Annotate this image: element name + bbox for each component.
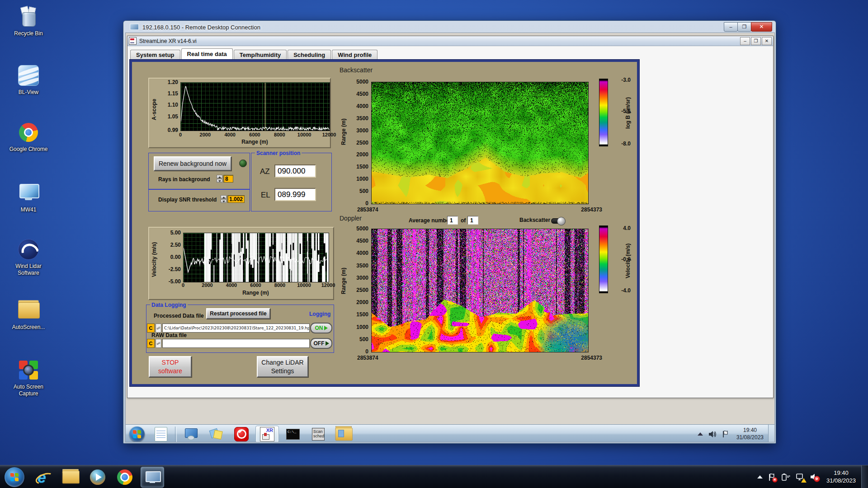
power-plug-icon[interactable] (781, 473, 790, 481)
raw-logging-off-button[interactable]: OFF (310, 338, 332, 349)
processed-browse-button[interactable]: ☍ (156, 324, 161, 333)
processed-logging-on-button[interactable]: ON (310, 323, 332, 333)
windows-logo-icon (10, 473, 19, 481)
tick-label: 2000 (356, 151, 368, 158)
app-window-title: StreamLine XR v14-6.vi (139, 38, 739, 44)
tick-label: 1.20 (168, 79, 178, 85)
remote-taskbar-notepad-button[interactable] (150, 426, 172, 442)
taskbar-clock[interactable]: 19:40 31/08/2023 (826, 469, 856, 485)
taskbar-chrome-button[interactable] (113, 467, 136, 487)
processed-path-field[interactable]: C:\Lidar\Data\Proc\2023\202308\20230831\… (162, 324, 310, 333)
desktop-icon-wind-lidar[interactable]: Wind Lidar Software (5, 237, 52, 277)
scan-sched-icon: Scansched (312, 428, 325, 441)
taskbar-media-player-button[interactable] (86, 467, 109, 487)
tick-label: 0 (365, 348, 368, 355)
raw-path-field[interactable] (162, 339, 310, 348)
remote-taskbar-display-settings-button[interactable] (179, 426, 202, 442)
tray-expand-icon[interactable] (757, 475, 763, 479)
mute-badge: ⊘ (814, 476, 820, 482)
rdp-restore-button[interactable]: ❐ (737, 22, 751, 32)
start-button[interactable] (5, 467, 24, 487)
taskbar-remote-desktop-button[interactable] (141, 467, 164, 488)
app-titlebar[interactable]: StreamLine XR v14-6.vi – ❐ ✕ (127, 36, 773, 46)
az-value-field[interactable]: 090.000 (274, 164, 316, 178)
remote-start-button[interactable] (129, 427, 145, 442)
tick-label: 10000 (297, 282, 311, 288)
rdp-titlebar[interactable]: 192.168.0.150 - Remote Desktop Connectio… (125, 21, 774, 33)
remote-tray-expand-icon[interactable] (698, 432, 703, 436)
action-center-flag-icon[interactable]: ✕ (768, 473, 776, 481)
raw-browse-button[interactable]: ☍ (156, 339, 161, 348)
remote-taskbar-scan-scheduler-button[interactable]: Scansched (307, 426, 330, 442)
backscatter-toggle[interactable] (551, 218, 565, 224)
change-label-line2: Settings (271, 367, 294, 375)
remote-taskbar: XR C:\_ Scansched 19:40 31/08/2023 (126, 424, 775, 442)
taskbar-internet-explorer-button[interactable]: e (32, 467, 55, 487)
desktop-icon-mw41[interactable]: MW41 (5, 181, 52, 213)
desktop-icon-recycle-bin[interactable]: Recycle Bin (5, 5, 52, 37)
tab-scheduling[interactable]: Scheduling (288, 50, 331, 59)
average-number-field[interactable]: 1 (447, 216, 458, 225)
raw-drive-selector[interactable]: C (147, 339, 155, 348)
remote-flag-icon[interactable] (722, 430, 729, 438)
tick-label: 1.05 (168, 113, 178, 120)
tab-real-time-data[interactable]: Real time data (181, 48, 233, 59)
el-value-field[interactable]: 089.999 (274, 188, 316, 201)
snr-value-field[interactable]: 1.002 (227, 195, 245, 203)
rdp-minimize-button[interactable]: – (724, 22, 738, 32)
desktop-icon-autoscreen-folder[interactable]: AutoScreen... (5, 298, 52, 331)
tick-label: 0 (365, 200, 368, 206)
renew-background-button[interactable]: Renew background now (154, 156, 231, 171)
xr-app-icon: XR (260, 427, 274, 441)
remote-taskbar-shutdown-button[interactable] (230, 426, 253, 442)
restart-processed-file-button[interactable]: Restart processed file (206, 308, 270, 319)
taskbar-explorer-button[interactable] (59, 467, 82, 487)
backscatter-xlabels: 2853874 2854373 (357, 206, 602, 213)
data-logging-title: Data Logging (150, 302, 188, 308)
snr-spinner[interactable] (221, 195, 226, 203)
app-minimize-button[interactable]: – (740, 37, 750, 45)
remote-taskbar-sticky-notes-button[interactable] (205, 426, 227, 442)
stop-software-button[interactable]: STOP software (149, 356, 192, 377)
remote-taskbar-command-prompt-button[interactable]: C:\_ (282, 426, 304, 442)
processed-drive-selector[interactable]: C (147, 324, 155, 333)
tab-wind-profile[interactable]: Wind profile (332, 50, 377, 59)
app-close-button[interactable]: ✕ (762, 37, 772, 45)
tab-system-setup[interactable]: System setup (130, 50, 180, 59)
tick-label: 1500 (356, 311, 368, 318)
flag-error-badge: ✕ (772, 477, 778, 483)
tick-label: 3500 (356, 263, 368, 269)
network-icon[interactable] (796, 473, 805, 481)
desktop-icon-bl-view[interactable]: BL-View (5, 63, 52, 96)
desktop-icon-google-chrome[interactable]: Google Chrome (5, 120, 52, 153)
desktop-icon-auto-screen-capture[interactable]: Auto Screen Capture (5, 358, 52, 397)
show-desktop-button[interactable] (861, 465, 868, 488)
tab-temp-humidity[interactable]: Temp/humidity (234, 50, 287, 59)
change-lidar-settings-button[interactable]: Change LiDAR Settings (257, 356, 308, 377)
bl-view-icon (5, 63, 52, 88)
tick-label: 4000 (356, 250, 368, 256)
tick-label: 4500 (356, 238, 368, 244)
tick-label: -2.50 (169, 266, 181, 272)
tick-label: 8000 (274, 282, 285, 288)
remote-taskbar-folder-button[interactable] (332, 426, 355, 442)
rdp-close-button[interactable]: ✕ (751, 22, 772, 32)
remote-speaker-icon[interactable] (708, 431, 717, 438)
remote-show-desktop-button[interactable] (768, 425, 775, 442)
chrome-icon (5, 120, 52, 145)
backscatter-colorbar (599, 79, 608, 146)
auto-screen-capture-icon (5, 358, 52, 382)
desktop-icon-label: BL-View (5, 89, 52, 96)
backscatter-title: Backscatter (340, 66, 373, 74)
tick-label: 2500 (356, 140, 368, 146)
average-number-label: Average number (409, 217, 451, 224)
rays-spinner[interactable] (217, 175, 222, 183)
average-total-field[interactable]: 1 (467, 216, 478, 225)
remote-taskbar-streamline-xr-button[interactable]: XR (255, 426, 279, 443)
chrome-icon (117, 469, 132, 485)
backscatter-ylabel: Range (m) (340, 112, 347, 152)
app-restore-button[interactable]: ❐ (751, 37, 761, 45)
remote-clock[interactable]: 19:40 31/08/2023 (736, 427, 764, 441)
speaker-muted-icon[interactable]: ⊘ (810, 473, 818, 481)
rays-value-field[interactable]: 8 (223, 175, 233, 183)
